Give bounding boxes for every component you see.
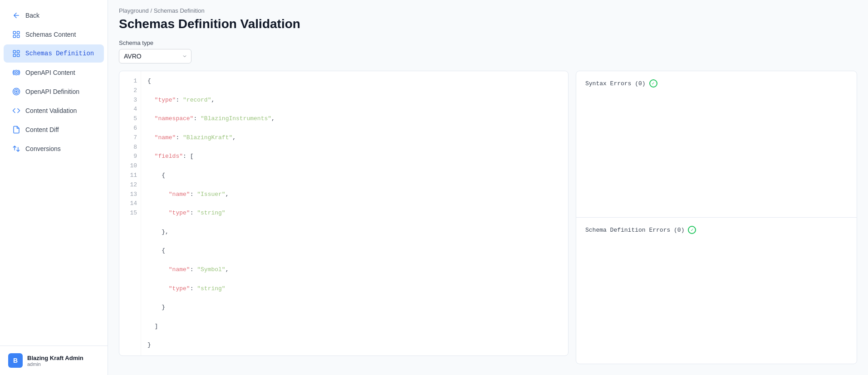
sidebar-item-conversions[interactable]: Conversions bbox=[4, 140, 104, 158]
svg-rect-0 bbox=[13, 31, 15, 34]
sidebar-footer: B Blazing Kraft Admin admin bbox=[0, 346, 108, 375]
user-name: Blazing Kraft Admin bbox=[27, 355, 83, 361]
breadcrumb-playground: Playground bbox=[119, 7, 149, 14]
schema-definition-errors-section: Schema Definition Errors (0) bbox=[576, 218, 857, 364]
breadcrumb: Playground / Schemas Definition bbox=[119, 7, 857, 14]
sidebar-item-label-content-diff: Content Diff bbox=[25, 126, 59, 133]
breadcrumb-separator: / bbox=[150, 7, 153, 14]
user-role: admin bbox=[27, 361, 83, 367]
sidebar-item-openapi-definition[interactable]: OpenAPI Definition bbox=[4, 83, 104, 101]
code-editor-inner[interactable]: 1 2 3 4 5 6 7 8 9 10 11 12 13 14 bbox=[119, 71, 568, 356]
code-icon bbox=[12, 106, 21, 115]
main-content: Playground / Schemas Definition Schemas … bbox=[108, 0, 868, 375]
sidebar-item-content-validation[interactable]: Content Validation bbox=[4, 102, 104, 120]
svg-rect-7 bbox=[17, 54, 20, 57]
sidebar-nav: Back Schemas Content Schemas Definition bbox=[0, 0, 108, 346]
code-editor-panel[interactable]: 1 2 3 4 5 6 7 8 9 10 11 12 13 14 bbox=[119, 71, 569, 356]
schema-type-label: Schema type bbox=[119, 39, 857, 46]
sidebar: Back Schemas Content Schemas Definition bbox=[0, 0, 108, 375]
svg-rect-2 bbox=[13, 35, 15, 38]
sidebar-item-label-schemas-definition: Schemas Definition bbox=[25, 50, 94, 57]
svg-point-9 bbox=[14, 70, 19, 75]
sidebar-item-label-content-validation: Content Validation bbox=[25, 107, 77, 114]
code-content[interactable]: { "type": "record", "namespace": "Blazin… bbox=[141, 71, 568, 356]
schema-select-wrapper: AVRO JSON PROTOBUF bbox=[119, 49, 857, 63]
back-arrow-icon bbox=[12, 11, 21, 20]
user-info: Blazing Kraft Admin admin bbox=[27, 355, 83, 367]
svg-rect-5 bbox=[17, 50, 20, 53]
code-editor-wrapper: 1 2 3 4 5 6 7 8 9 10 11 12 13 14 bbox=[119, 71, 569, 364]
syntax-errors-check-icon bbox=[649, 79, 657, 88]
arrows-icon bbox=[12, 144, 21, 153]
svg-point-8 bbox=[15, 72, 18, 74]
schema-definition-errors-check-icon bbox=[688, 226, 696, 234]
file-icon bbox=[12, 125, 21, 134]
sidebar-item-label-back: Back bbox=[25, 12, 39, 19]
sidebar-item-back[interactable]: Back bbox=[4, 6, 104, 24]
sidebar-item-content-diff[interactable]: Content Diff bbox=[4, 121, 104, 139]
right-panel: Syntax Errors (0) Schema Definition Erro… bbox=[576, 71, 857, 364]
svg-rect-6 bbox=[13, 54, 15, 57]
target-icon bbox=[12, 87, 21, 96]
grid-icon-schemas-definition bbox=[12, 49, 21, 58]
schema-definition-errors-label: Schema Definition Errors (0) bbox=[585, 227, 684, 234]
grid-icon-schemas-content bbox=[12, 30, 21, 39]
sidebar-item-label-openapi-content: OpenAPI Content bbox=[25, 69, 75, 76]
sidebar-item-openapi-content[interactable]: OpenAPI Content bbox=[4, 63, 104, 82]
content-area: 1 2 3 4 5 6 7 8 9 10 11 12 13 14 bbox=[119, 71, 857, 364]
syntax-errors-label: Syntax Errors (0) bbox=[585, 80, 646, 87]
svg-point-12 bbox=[16, 91, 17, 93]
avatar: B bbox=[8, 353, 23, 368]
svg-rect-3 bbox=[17, 35, 20, 38]
syntax-errors-section: Syntax Errors (0) bbox=[576, 71, 857, 218]
svg-point-11 bbox=[15, 90, 19, 94]
sidebar-item-label-conversions: Conversions bbox=[25, 145, 61, 152]
svg-rect-1 bbox=[17, 31, 20, 34]
page-title: Schemas Definition Validation bbox=[119, 17, 857, 31]
sidebar-item-label-schemas-content: Schemas Content bbox=[25, 31, 76, 38]
svg-rect-4 bbox=[13, 50, 15, 53]
sidebar-item-schemas-definition[interactable]: Schemas Definition bbox=[4, 44, 104, 63]
line-numbers: 1 2 3 4 5 6 7 8 9 10 11 12 13 14 bbox=[119, 71, 141, 356]
sidebar-item-label-openapi-definition: OpenAPI Definition bbox=[25, 88, 79, 95]
breadcrumb-schemas-definition: Schemas Definition bbox=[154, 7, 205, 14]
sidebar-item-schemas-content[interactable]: Schemas Content bbox=[4, 25, 104, 44]
schema-definition-errors-header: Schema Definition Errors (0) bbox=[585, 226, 848, 234]
schema-type-select[interactable]: AVRO JSON PROTOBUF bbox=[119, 49, 191, 63]
settings-icon bbox=[12, 68, 21, 77]
syntax-errors-header: Syntax Errors (0) bbox=[585, 79, 848, 88]
